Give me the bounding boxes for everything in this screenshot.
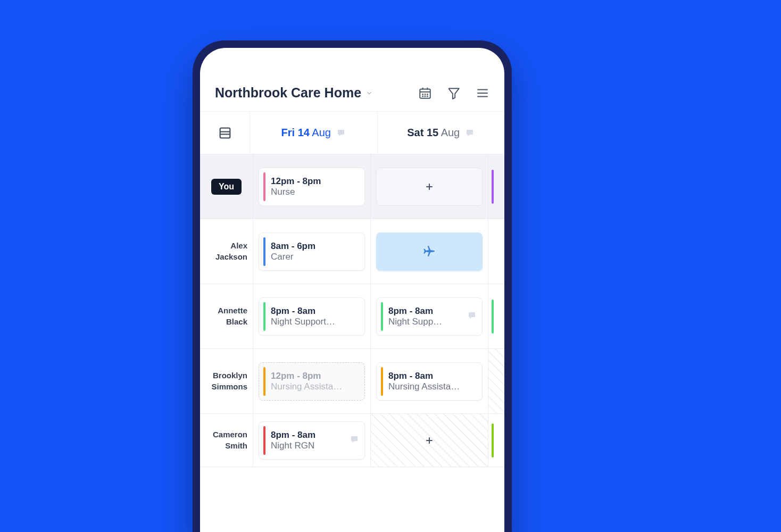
svg-point-7	[422, 96, 423, 96]
svg-point-6	[427, 94, 428, 94]
leave-card[interactable]	[376, 232, 483, 271]
comment-icon[interactable]	[467, 311, 477, 322]
shift-cell[interactable]: 8pm - 8am Nursing Assista…	[371, 349, 488, 413]
shift-cell[interactable]: 12pm - 8pm Nursing Assista…	[253, 349, 371, 413]
row-label: AnnetteBlack	[200, 284, 253, 348]
shift-time: 8pm - 8am	[388, 371, 477, 381]
date-tab-sat[interactable]: Sat 15 Aug	[378, 112, 505, 154]
comment-icon[interactable]	[336, 128, 346, 138]
shift-role: Night Support…	[271, 317, 359, 327]
schedule-row-you: You 12pm - 8pm Nurse	[200, 154, 504, 219]
shift-time: 12pm - 8pm	[271, 371, 359, 381]
shift-card[interactable]: 8pm - 8am Night Support…	[259, 297, 365, 336]
calendar-icon[interactable]	[418, 86, 432, 100]
row-label: BrooklynSimmons	[200, 349, 253, 413]
date-label: Sat 15 Aug	[407, 127, 460, 139]
row-label: You	[200, 154, 253, 219]
shift-time: 8pm - 8am	[271, 306, 359, 317]
svg-point-5	[425, 94, 425, 94]
shift-card[interactable]: 8pm - 8am Night RGN	[259, 421, 365, 460]
comment-icon[interactable]	[350, 435, 359, 446]
shift-cell[interactable]: 8pm - 8am Night RGN	[253, 414, 371, 467]
menu-icon[interactable]	[476, 86, 489, 100]
row-label: AlexJackson	[200, 219, 253, 284]
shift-role: Carer	[271, 252, 359, 262]
shift-cell[interactable]	[371, 219, 488, 284]
you-badge: You	[211, 179, 242, 195]
shift-cell-unavailable[interactable]	[371, 414, 488, 467]
shift-cell[interactable]: 8pm - 8am Night Supp…	[371, 284, 488, 348]
shift-card[interactable]: 8am - 6pm Carer	[259, 232, 365, 271]
shift-role: Nursing Assista…	[388, 381, 477, 392]
header: Northbrook Care Home	[200, 48, 504, 112]
shift-card[interactable]: 12pm - 8pm Nurse	[259, 168, 365, 206]
comment-icon[interactable]	[465, 128, 475, 138]
shift-role: Nurse	[271, 187, 359, 197]
schedule-row: BrooklynSimmons 12pm - 8pm Nursing Assis…	[200, 349, 504, 414]
date-tab-fri[interactable]: Fri 14 Aug	[250, 112, 378, 154]
header-actions	[418, 86, 489, 100]
schedule-grid: You 12pm - 8pm Nurse	[200, 154, 504, 532]
location-selector[interactable]: Northbrook Care Home	[215, 85, 418, 101]
phone-frame: Northbrook Care Home	[193, 40, 512, 532]
filter-icon[interactable]	[447, 86, 461, 100]
airplane-icon	[422, 244, 436, 260]
shift-card-draft[interactable]: 12pm - 8pm Nursing Assista…	[259, 362, 365, 401]
add-shift-button[interactable]	[376, 168, 483, 206]
svg-point-9	[427, 96, 428, 96]
chevron-down-icon	[365, 89, 373, 97]
schedule-row: AnnetteBlack 8pm - 8am Night Support…	[200, 284, 504, 349]
add-shift-button[interactable]	[376, 421, 483, 460]
shift-role: Night Supp…	[388, 317, 462, 327]
partial-shift	[488, 154, 504, 219]
schedule-row: CameronSmith 8pm - 8am Night RGN	[200, 414, 504, 467]
location-name: Northbrook Care Home	[215, 85, 361, 101]
shift-role: Nursing Assista…	[271, 381, 359, 392]
shift-role: Night RGN	[271, 440, 344, 451]
partial-shift	[488, 284, 504, 348]
shift-cell[interactable]: 12pm - 8pm Nurse	[253, 154, 371, 219]
schedule-row: AlexJackson 8am - 6pm Carer	[200, 219, 504, 284]
date-label: Fri 14 Aug	[281, 127, 331, 139]
row-label: CameronSmith	[200, 414, 253, 467]
shift-cell[interactable]: 8am - 6pm Carer	[253, 219, 371, 284]
svg-point-8	[425, 96, 425, 96]
shift-time: 8pm - 8am	[388, 306, 462, 317]
shift-cell[interactable]: 8pm - 8am Night Support…	[253, 284, 371, 348]
svg-rect-13	[220, 128, 230, 138]
app-screen: Northbrook Care Home	[200, 48, 504, 532]
shift-time: 12pm - 8pm	[271, 176, 359, 187]
shift-card[interactable]: 8pm - 8am Night Supp…	[376, 297, 483, 336]
shift-time: 8pm - 8am	[271, 430, 344, 440]
shift-time: 8am - 6pm	[271, 241, 359, 252]
partial-shift	[488, 414, 504, 467]
svg-point-4	[422, 94, 423, 94]
date-tabs: Fri 14 Aug Sat 15 Aug	[200, 112, 504, 154]
shift-card[interactable]: 8pm - 8am Nursing Assista…	[376, 362, 483, 401]
list-view-toggle[interactable]	[200, 112, 250, 154]
shift-cell[interactable]	[371, 154, 488, 219]
